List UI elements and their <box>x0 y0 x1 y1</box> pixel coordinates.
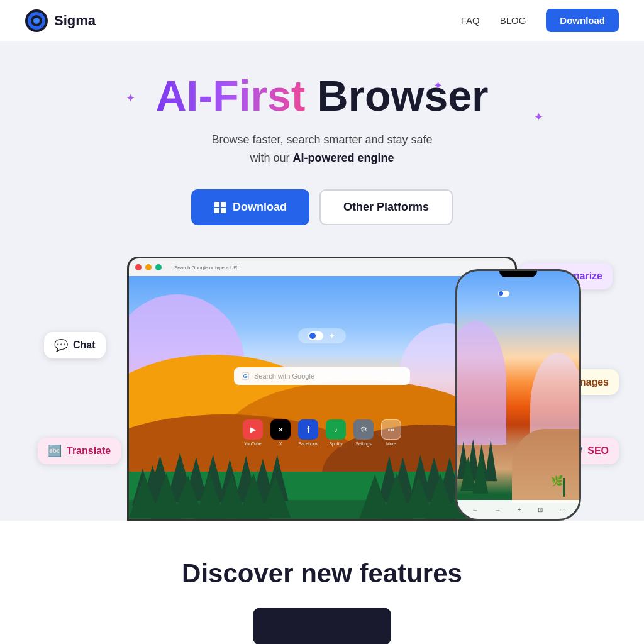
facebook-label: Facebook <box>299 441 318 446</box>
hero-image-area: 📋 Summarize 💬 Chat 🖼 Images 🔤 Translate … <box>25 257 619 521</box>
youtube-label: YouTube <box>244 441 262 446</box>
hero-buttons: Download Other Platforms <box>25 189 619 225</box>
logo-text: Sigma <box>54 13 96 29</box>
address-bar-text: Search Google or type a URL <box>174 265 240 270</box>
star-decoration-3: ✦ <box>534 110 543 124</box>
windows-icon <box>214 201 226 214</box>
nav-blog[interactable]: BLOG <box>500 15 526 26</box>
settings-icon: ⚙ <box>353 419 374 440</box>
phone-back-icon: ← <box>472 506 478 513</box>
phone-screen: 🌿 9:41 ▌▌▌ ≋ ✦ G Search <box>457 271 579 519</box>
youtube-icon: ▶ <box>243 419 263 440</box>
svg-point-3 <box>33 18 40 24</box>
phone-mockup: 🌿 9:41 ▌▌▌ ≋ ✦ G Search <box>455 269 581 521</box>
phone-bottom-bar: ← → + ⊡ ··· <box>457 500 579 519</box>
more-icon: ••• <box>381 419 401 440</box>
discover-section: Discover new features <box>0 521 644 644</box>
svg-rect-5 <box>221 202 226 207</box>
spotify-label: Spotify <box>329 441 342 446</box>
logo: Sigma <box>25 9 96 32</box>
star-decoration-2: ✦ <box>433 79 443 92</box>
spotify-icon: ♪ <box>326 419 346 440</box>
hero-subtitle: Browse faster, search smarter and stay s… <box>25 131 619 167</box>
app-x: ✕ X <box>270 419 291 446</box>
x-icon: ✕ <box>270 419 291 440</box>
hero-section: ✦ ✦ ✦ AI-First Browser Browse faster, se… <box>0 41 644 521</box>
laptop-toggle-pill: ✦ <box>298 328 346 343</box>
app-spotify: ♪ Spotify <box>326 419 346 446</box>
seo-label: SEO <box>587 445 609 457</box>
dot-yellow <box>145 264 152 270</box>
svg-rect-7 <box>221 208 226 213</box>
download-button-label: Download <box>233 201 287 214</box>
google-icon: G <box>242 372 249 380</box>
phone-copy-icon: ⊡ <box>538 506 543 513</box>
chat-icon: 💬 <box>54 338 68 352</box>
phone-plus-icon: + <box>518 506 521 513</box>
dot-red <box>135 264 142 270</box>
discover-title: Discover new features <box>25 558 619 589</box>
svg-rect-4 <box>214 202 219 207</box>
nav-download-button[interactable]: Download <box>546 9 619 32</box>
chat-label: Chat <box>73 340 96 351</box>
app-youtube: ▶ YouTube <box>243 419 263 446</box>
translate-label: Translate <box>67 445 111 457</box>
hero-title-browser: Browser <box>317 72 488 119</box>
hero-subtitle-line2: with our <box>250 152 292 164</box>
translate-icon: 🔤 <box>48 444 62 458</box>
more-label: More <box>386 441 396 446</box>
navbar-links: FAQ BLOG Download <box>461 9 619 32</box>
app-facebook: f Facebook <box>298 419 318 446</box>
sparkle-icon: ✦ <box>328 331 336 341</box>
laptop-search-text: Search with Google <box>254 372 314 380</box>
laptop-app-icons: ▶ YouTube ✕ X f Facebook ♪ Spotify <box>243 419 401 446</box>
badge-translate: 🔤 Translate <box>38 438 121 464</box>
hero-title-gradient: AI-First <box>155 72 305 119</box>
hero-title: AI-First Browser <box>25 72 619 119</box>
hero-subtitle-bold: AI-powered engine <box>293 152 394 164</box>
svg-marker-44 <box>485 439 497 481</box>
app-settings: ⚙ Settings <box>353 419 374 446</box>
nav-faq[interactable]: FAQ <box>461 15 480 26</box>
svg-rect-6 <box>214 208 219 213</box>
phone-notch <box>499 271 537 277</box>
navbar: Sigma FAQ BLOG Download <box>0 0 644 41</box>
app-more: ••• More <box>381 419 401 446</box>
discover-button-placeholder[interactable] <box>253 608 391 644</box>
settings-label: Settings <box>355 441 371 446</box>
badge-chat: 💬 Chat <box>44 332 106 358</box>
sigma-logo-icon <box>25 9 48 32</box>
hero-subtitle-line1: Browse faster, search smarter and stay s… <box>211 133 432 146</box>
laptop-search-box: G Search with Google <box>234 367 410 385</box>
star-decoration-1: ✦ <box>126 91 135 105</box>
dot-green <box>155 264 162 270</box>
phone-menu-icon: ··· <box>559 506 564 513</box>
phone-toggle-dot <box>498 291 509 297</box>
facebook-icon: f <box>298 419 318 440</box>
download-button[interactable]: Download <box>191 189 309 225</box>
toggle-dot <box>308 331 323 340</box>
phone-forward-icon: → <box>495 506 501 513</box>
other-platforms-button[interactable]: Other Platforms <box>319 189 453 225</box>
x-label: X <box>279 441 282 446</box>
